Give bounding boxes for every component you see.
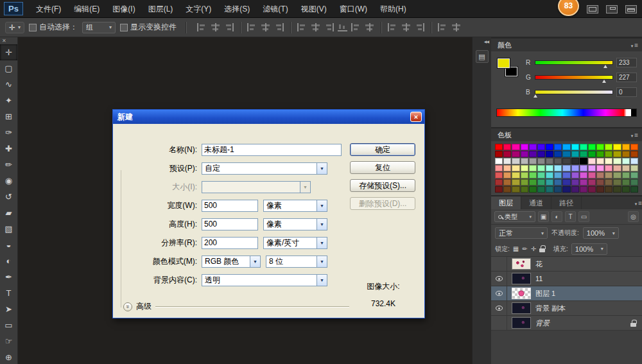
color-swatch[interactable] — [546, 151, 553, 157]
fill-dropdown[interactable]: 100% — [571, 243, 607, 255]
color-swatch[interactable] — [588, 151, 596, 157]
color-swatch[interactable] — [571, 165, 579, 171]
color-swatch[interactable] — [588, 172, 596, 178]
tool-eyedropper[interactable]: ✑ — [0, 125, 17, 141]
color-swatch[interactable] — [537, 158, 545, 164]
menu-image[interactable]: 图像(I) — [106, 0, 141, 18]
preset-dropdown[interactable]: 自定 — [202, 162, 327, 175]
color-swatch[interactable] — [521, 186, 528, 193]
layer-visibility-toggle[interactable] — [491, 272, 507, 286]
layer-row[interactable]: 花 — [491, 257, 642, 272]
tool-healing-brush[interactable]: ✚ — [0, 141, 17, 157]
swatches-panel-menu-icon[interactable]: ≡ — [631, 132, 638, 139]
color-swatch[interactable] — [562, 165, 570, 171]
color-swatch[interactable] — [571, 179, 579, 186]
color-swatch[interactable] — [537, 151, 545, 157]
layer-name[interactable]: 11 — [535, 275, 542, 282]
color-swatch[interactable] — [503, 144, 511, 150]
color-swatch[interactable] — [503, 151, 511, 157]
color-swatch[interactable] — [596, 144, 604, 150]
color-swatch[interactable] — [630, 144, 638, 150]
color-swatch[interactable] — [613, 151, 621, 157]
color-swatch[interactable] — [571, 172, 579, 178]
color-panel-menu-icon[interactable]: ≡ — [631, 42, 638, 49]
layer-row[interactable]: 图层 1 — [491, 286, 642, 301]
menu-edit[interactable]: 编辑(E) — [67, 0, 106, 18]
color-swatch[interactable] — [495, 144, 503, 150]
color-swatch[interactable] — [537, 165, 545, 171]
color-swatch[interactable] — [588, 165, 596, 171]
color-swatch[interactable] — [503, 186, 511, 193]
color-swatch[interactable] — [622, 186, 630, 193]
toolbar-collapse-icon[interactable]: ✕ — [0, 37, 17, 44]
layer-visibility-toggle[interactable] — [491, 286, 507, 300]
color-swatch[interactable] — [512, 165, 519, 171]
color-swatch[interactable] — [613, 172, 621, 178]
lock-image-pixels-icon[interactable]: ✏ — [522, 245, 527, 252]
color-swatch[interactable] — [529, 151, 537, 157]
tool-history-brush[interactable]: ↺ — [0, 189, 17, 205]
color-swatch[interactable] — [554, 172, 562, 178]
color-swatch[interactable] — [613, 186, 621, 193]
tool-eraser[interactable]: ▰ — [0, 205, 17, 221]
layer-thumbnail[interactable] — [512, 288, 531, 299]
color-swatch[interactable] — [537, 179, 545, 186]
layer-visibility-toggle[interactable] — [491, 301, 507, 315]
arrange-windows-button[interactable] — [606, 5, 618, 13]
layer-name[interactable]: 图层 1 — [535, 289, 555, 299]
color-swatch[interactable] — [562, 158, 570, 164]
channel-B-value[interactable]: 0 — [616, 87, 637, 97]
color-swatch[interactable] — [630, 151, 638, 157]
layer-thumbnail[interactable] — [512, 302, 531, 314]
tool-path-select[interactable]: ➤ — [0, 301, 17, 317]
color-swatch[interactable] — [580, 172, 587, 178]
color-swatch[interactable] — [588, 158, 596, 164]
menu-file[interactable]: 文件(F) — [30, 0, 67, 18]
align-icon[interactable] — [274, 23, 284, 31]
opacity-dropdown[interactable]: 100% — [583, 227, 619, 239]
menu-filter[interactable]: 滤镜(T) — [256, 0, 294, 18]
color-swatch[interactable] — [605, 165, 612, 171]
color-swatch[interactable] — [521, 151, 528, 157]
layer-thumbnail[interactable] — [512, 258, 531, 270]
color-mode-dropdown[interactable]: RGB 颜色 — [202, 256, 261, 268]
name-input[interactable] — [202, 144, 342, 156]
menu-view[interactable]: 视图(V) — [295, 0, 333, 18]
menu-window[interactable]: 窗口(W) — [333, 0, 374, 18]
color-swatch[interactable] — [529, 186, 537, 193]
color-swatch[interactable] — [503, 165, 511, 171]
color-swatch[interactable] — [596, 165, 604, 171]
align-icon[interactable] — [197, 23, 207, 31]
color-swatch[interactable] — [562, 172, 570, 178]
advanced-expand-button[interactable]: » — [123, 302, 132, 311]
resolution-input[interactable] — [202, 237, 258, 249]
restore-window-button[interactable] — [587, 5, 598, 13]
tab-color[interactable]: 颜色 — [495, 39, 514, 51]
color-swatch[interactable] — [495, 172, 503, 178]
color-swatch[interactable] — [512, 186, 519, 193]
color-swatch[interactable] — [571, 186, 579, 193]
layer-name[interactable]: 花 — [535, 259, 542, 269]
color-swatch[interactable] — [622, 158, 630, 164]
tool-type[interactable]: T — [0, 285, 17, 301]
auto-select-target-dropdown[interactable]: 组 — [82, 22, 116, 33]
background-contents-dropdown[interactable]: 透明 — [202, 274, 327, 286]
color-swatch[interactable] — [537, 172, 545, 178]
color-swatch[interactable] — [596, 186, 604, 193]
color-swatch[interactable] — [546, 186, 553, 193]
color-swatch[interactable] — [630, 179, 638, 186]
layer-row[interactable]: 11 — [491, 272, 642, 286]
color-swatch[interactable] — [596, 151, 604, 157]
align-icon[interactable] — [297, 23, 307, 31]
tab-swatches[interactable]: 色板 — [495, 128, 514, 141]
color-swatch[interactable] — [562, 186, 570, 193]
color-swatch[interactable] — [630, 158, 638, 164]
color-swatch[interactable] — [571, 144, 579, 150]
lock-all-icon[interactable] — [539, 245, 545, 252]
color-swatch[interactable] — [613, 179, 621, 186]
channel-G-value[interactable]: 227 — [616, 73, 637, 82]
height-input[interactable] — [202, 218, 258, 230]
expand-panels-icon[interactable]: ◀◀ — [473, 37, 491, 46]
color-swatch[interactable] — [605, 158, 612, 164]
color-swatch[interactable] — [546, 179, 553, 186]
